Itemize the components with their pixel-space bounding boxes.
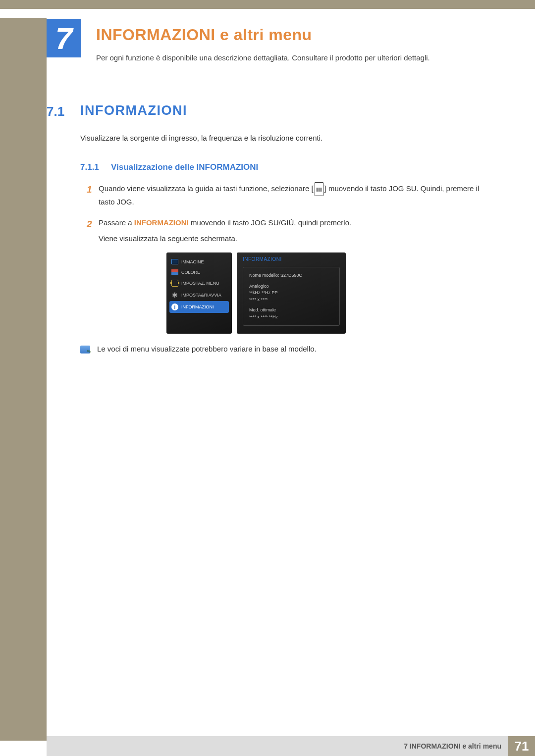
chapter-number-badge: 7 [47, 19, 81, 57]
osd-menu-item-colore: COLORE [169, 267, 229, 277]
osd-optimal-label: Mod. ottimale [249, 307, 333, 314]
osd-info-box: Nome modello: S27D590C Analogico **kHz *… [243, 267, 340, 326]
subsection-number: 7.1.1 [80, 162, 99, 172]
osd-panel-title: INFORMAZIONI [243, 256, 340, 262]
note: Le voci di menu visualizzate potrebbero … [80, 345, 490, 353]
section-number: 7.1 [47, 104, 64, 119]
osd-menu-item-impostaz-menu: IMPOSTAZ. MENU [169, 277, 229, 289]
osd-model-line: Nome modello: S27D590C [249, 272, 333, 279]
gear-icon [171, 292, 178, 299]
chapter-number: 7 [55, 21, 72, 56]
page-number: 71 [515, 739, 529, 754]
info-icon: i [171, 303, 178, 310]
step-text: Quando viene visualizzata la guida ai ta… [97, 182, 490, 208]
top-bar [0, 0, 535, 9]
color-icon [171, 269, 178, 275]
osd-menu: IMMAGINE COLORE IMPOSTAZ. MENU IMPOSTA&R… [166, 252, 232, 334]
chapter-description: Per ogni funzione è disponibile una desc… [96, 52, 490, 64]
osd-menu-item-immagine: IMMAGINE [169, 256, 229, 267]
subsection-title: Visualizzazione delle INFORMAZIONI [111, 162, 258, 172]
steps-list: 1 Quando viene visualizzata la guida ai … [87, 182, 490, 253]
note-icon [80, 346, 90, 353]
setup-icon [171, 280, 178, 287]
chapter-title: INFORMAZIONI e altri menu [96, 26, 312, 44]
osd-menu-item-informazioni: iINFORMAZIONI [169, 301, 229, 313]
osd-screenshot: IMMAGINE COLORE IMPOSTAZ. MENU IMPOSTA&R… [166, 252, 346, 334]
note-text: Le voci di menu visualizzate potrebbero … [97, 345, 317, 353]
menu-icon [315, 182, 323, 196]
section-description: Visualizzare la sorgente di ingresso, la… [80, 134, 322, 142]
osd-optimal-value: **** x **** **Hz [249, 314, 333, 321]
footer: 7 INFORMAZIONI e altri menu 71 [47, 736, 535, 756]
step-1: 1 Quando viene visualizzata la guida ai … [87, 182, 490, 208]
step-number: 2 [87, 217, 97, 245]
osd-menu-item-imposta-riavvia: IMPOSTA&RIAVVIA [169, 289, 229, 301]
step-text: Passare a INFORMAZIONI muovendo il tasto… [97, 217, 490, 245]
screen-icon [171, 259, 178, 264]
step-number: 1 [87, 182, 97, 208]
osd-freq: **kHz **Hz PP [249, 290, 333, 297]
step-2: 2 Passare a INFORMAZIONI muovendo il tas… [87, 217, 490, 245]
left-sidebar [0, 18, 47, 741]
osd-res: **** x **** [249, 297, 333, 303]
page-number-box: 71 [508, 736, 535, 756]
section-title: INFORMAZIONI [80, 103, 187, 118]
footer-text: 7 INFORMAZIONI e altri menu [47, 736, 508, 756]
osd-panel: INFORMAZIONI Nome modello: S27D590C Anal… [237, 252, 346, 334]
osd-analog: Analogico [249, 283, 333, 290]
page: 7 INFORMAZIONI e altri menu Per ogni fun… [0, 9, 535, 756]
